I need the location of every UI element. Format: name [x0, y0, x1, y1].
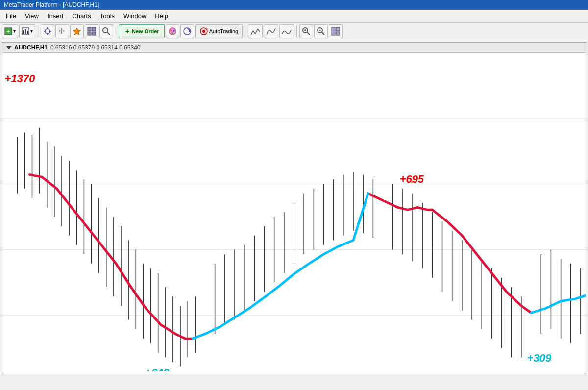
sync-button[interactable] [180, 24, 194, 38]
chart-type-button[interactable]: ▾ [19, 24, 35, 38]
favorites-button[interactable] [70, 24, 84, 38]
tile-icon [331, 27, 340, 36]
svg-marker-11 [73, 28, 81, 35]
new-order-label: New Order [132, 28, 159, 34]
indicator3-button[interactable] [279, 24, 294, 38]
toolbar-sep3 [245, 25, 245, 37]
chart-container: AUDCHF,H1 0.65316 0.65379 0.65314 0.6534… [2, 42, 586, 375]
signal-649-label: +649 [145, 366, 170, 371]
star-icon [73, 27, 81, 36]
signal-309-label: +309 [527, 352, 552, 365]
svg-line-17 [107, 32, 110, 35]
autotrading-icon [199, 27, 208, 36]
svg-line-29 [255, 29, 258, 34]
svg-rect-39 [336, 27, 340, 31]
svg-text:+: + [125, 28, 129, 35]
svg-rect-40 [336, 32, 340, 35]
indicator2-icon [266, 27, 276, 36]
svg-point-22 [172, 32, 173, 34]
plus-icon: + [124, 28, 131, 35]
menu-insert[interactable]: Insert [44, 11, 68, 21]
menu-view[interactable]: View [21, 11, 43, 21]
palette-icon [168, 27, 177, 36]
sync-icon [183, 27, 192, 36]
menu-charts[interactable]: Charts [68, 11, 95, 21]
menu-window[interactable]: Window [120, 11, 150, 21]
svg-line-36 [322, 32, 324, 35]
svg-rect-13 [92, 27, 96, 31]
zoom-out-button[interactable] [314, 24, 328, 38]
svg-point-26 [202, 30, 205, 33]
title-text: MetaTrader Platform - [AUDCHF,H1] [4, 1, 99, 8]
svg-point-16 [103, 28, 108, 33]
toolbar: + ▾ ▾ [0, 23, 588, 40]
zoom-in-button[interactable] [299, 24, 313, 38]
move-button[interactable] [55, 24, 69, 38]
color-button[interactable] [166, 24, 179, 38]
crosshair-button[interactable] [41, 24, 54, 38]
toolbar-sep4 [296, 25, 297, 37]
new-chart-icon: + [4, 27, 12, 35]
svg-rect-15 [92, 32, 96, 35]
menu-help[interactable]: Help [151, 11, 172, 21]
svg-line-32 [307, 32, 310, 35]
chart-symbol: AUDCHF,H1 [14, 44, 48, 51]
svg-point-21 [173, 30, 175, 32]
zoom-out-icon [317, 27, 325, 36]
new-order-button[interactable]: + New Order [119, 24, 165, 38]
signal-695-label: +695 [400, 173, 424, 186]
svg-text:+: + [7, 28, 10, 34]
chart-header: AUDCHF,H1 0.65316 0.65379 0.65314 0.6534… [2, 43, 586, 53]
menu-file[interactable]: File [2, 11, 20, 21]
autotrading-button[interactable]: AutoTrading [195, 24, 243, 38]
menu-bar: File View Insert Charts Tools Window Hel… [0, 10, 588, 23]
signal-649: ↑ +649 [154, 366, 160, 371]
signal-1370: +1370 ↓ [17, 73, 23, 85]
toolbar-sep2 [116, 25, 116, 37]
chart-type-icon [22, 27, 29, 35]
title-bar: MetaTrader Platform - [AUDCHF,H1] [0, 0, 588, 10]
signal-695: +695 ↓ [409, 173, 415, 186]
collapse-icon[interactable] [6, 46, 11, 49]
chart-area[interactable]: +1370 ↓ ↑ +649 +695 ↓ ↑ +309 [2, 53, 586, 371]
svg-rect-38 [332, 27, 335, 35]
magnifier-icon [102, 27, 111, 36]
crosshair-icon [43, 27, 52, 36]
move-icon [58, 27, 67, 36]
signal-309: ↑ +309 [537, 352, 542, 365]
search-button[interactable] [99, 24, 113, 38]
svg-rect-14 [88, 32, 91, 35]
indicator1-button[interactable] [248, 24, 263, 38]
svg-point-6 [45, 29, 50, 34]
svg-line-28 [253, 31, 255, 34]
svg-rect-12 [88, 27, 91, 31]
chart-prices: 0.65316 0.65379 0.65314 0.65340 [50, 44, 141, 51]
svg-line-27 [251, 31, 253, 35]
indicator3-icon [282, 27, 292, 36]
menu-tools[interactable]: Tools [96, 11, 119, 21]
toolbar-sep1 [38, 25, 38, 37]
autotrading-label: AutoTrading [209, 28, 239, 34]
zoom-in-icon [302, 27, 311, 36]
price-chart [2, 53, 586, 371]
signal-1370-label: +1370 [5, 73, 35, 85]
indicator2-button[interactable] [264, 24, 278, 38]
svg-point-20 [170, 30, 172, 32]
svg-line-30 [258, 29, 260, 32]
tile-button[interactable] [329, 24, 343, 38]
new-chart-button[interactable]: + ▾ [2, 24, 18, 38]
grid-icon [87, 27, 96, 36]
grid-button[interactable] [85, 24, 98, 38]
indicator1-icon [250, 27, 260, 36]
